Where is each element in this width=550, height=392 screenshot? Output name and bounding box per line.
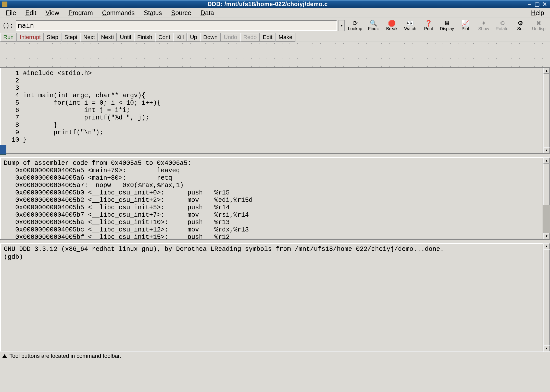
status-text: Tool buttons are located in command tool…: [9, 353, 121, 359]
rotate-button: ⟲Rotate: [493, 19, 511, 32]
gdb-console-text[interactable]: GNU DDD 3.3.12 (x86_64-redhat-linux-gnu)…: [0, 243, 543, 351]
lookup-icon: ⟳: [353, 20, 358, 26]
iconbtn-label: Undisp: [532, 26, 546, 31]
minimize-button[interactable]: –: [526, 2, 533, 7]
iconbtn-label: Set: [517, 26, 524, 31]
scroll-up-icon[interactable]: ▲: [543, 157, 550, 164]
menu-commands[interactable]: Commands: [97, 8, 139, 18]
step-button[interactable]: Step: [44, 33, 61, 42]
lookup-button[interactable]: ⟳Lookup: [346, 19, 364, 32]
nexti-button[interactable]: Nexti: [98, 33, 117, 42]
cont-button[interactable]: Cont: [155, 33, 173, 42]
maximize-button[interactable]: ▢: [533, 2, 541, 7]
scroll-down-icon[interactable]: ▼: [543, 147, 550, 153]
until-button[interactable]: Until: [117, 33, 134, 42]
plot-button[interactable]: 📈Plot: [456, 19, 474, 32]
find-icon: 🔍: [370, 20, 377, 26]
next-button[interactable]: Next: [80, 33, 98, 42]
iconbtn-label: Plot: [461, 26, 469, 31]
data-display-area[interactable]: [0, 42, 550, 68]
iconbtn-label: Show: [478, 26, 489, 31]
argument-toolbar: (): ▾ ⟳Lookup🔍Find»🛑Break👀Watch❓Print🖥Di…: [0, 18, 550, 33]
undo-button: Undo: [221, 33, 240, 42]
iconbtn-label: Rotate: [496, 26, 508, 31]
expand-handle-icon[interactable]: [0, 145, 6, 155]
menu-program[interactable]: Program: [64, 8, 97, 18]
iconbtn-label: Print: [424, 26, 433, 31]
machine-code-pane: Dump of assembler code from 0x4005a5 to …: [0, 157, 550, 239]
break-button[interactable]: 🛑Break: [383, 19, 401, 32]
app-icon: [2, 2, 7, 7]
menu-data[interactable]: Data: [196, 8, 219, 18]
watch-button[interactable]: 👀Watch: [401, 19, 419, 32]
rotate-icon: ⟲: [499, 20, 505, 26]
titlebar: DDD: /mnt/ufs18/home-022/choiyj/demo.c –…: [0, 0, 550, 8]
iconbar: ⟳Lookup🔍Find»🛑Break👀Watch❓Print🖥Display📈…: [346, 19, 548, 32]
iconbtn-label: Find»: [368, 26, 379, 31]
run-button[interactable]: Run: [0, 33, 17, 42]
show-button: ✦Show: [475, 19, 493, 32]
source-scrollbar[interactable]: ▲ ▼: [543, 68, 550, 153]
print-button[interactable]: ❓Print: [420, 19, 438, 32]
window-title: DDD: /mnt/ufs18/home-022/choiyj/demo.c: [10, 1, 525, 8]
menu-status[interactable]: Status: [139, 8, 167, 18]
set-button[interactable]: ⚙Set: [511, 19, 529, 32]
command-toolbar: RunInterruptStepStepiNextNextiUntilFinis…: [0, 33, 550, 42]
iconbtn-label: Break: [386, 26, 397, 31]
scroll-up-icon[interactable]: ▲: [543, 68, 550, 74]
asm-scrollbar[interactable]: ▲ ▼: [543, 157, 550, 239]
up-button[interactable]: Up: [187, 33, 200, 42]
close-button[interactable]: ✕: [541, 2, 548, 7]
stepi-button[interactable]: Stepi: [61, 33, 80, 42]
undisp-button: ✖Undisp: [530, 19, 548, 32]
menu-help[interactable]: Help: [527, 8, 549, 18]
iconbtn-label: Display: [440, 26, 454, 31]
source-text[interactable]: 1 #include <stdio.h> 2 3 4 int main(int …: [0, 68, 543, 153]
gdb-scrollbar[interactable]: ▲ ▼: [543, 243, 550, 351]
down-button[interactable]: Down: [200, 33, 221, 42]
finish-button[interactable]: Finish: [134, 33, 155, 42]
scroll-down-icon[interactable]: ▼: [543, 233, 550, 239]
plot-icon: 📈: [461, 20, 469, 26]
status-bar: Tool buttons are located in command tool…: [0, 351, 550, 360]
menu-source[interactable]: Source: [167, 8, 196, 18]
display-icon: 🖥: [444, 20, 450, 26]
iconbtn-label: Lookup: [348, 26, 362, 31]
scroll-down-icon[interactable]: ▼: [543, 345, 550, 351]
asm-text[interactable]: Dump of assembler code from 0x4005a5 to …: [0, 157, 543, 239]
redo-button: Redo: [240, 33, 260, 42]
make-button[interactable]: Make: [276, 33, 295, 42]
gdb-console-pane: GNU DDD 3.3.12 (x86_64-redhat-linux-gnu)…: [0, 243, 550, 351]
show-icon: ✦: [481, 20, 486, 26]
source-pane: 1 #include <stdio.h> 2 3 4 int main(int …: [0, 68, 550, 153]
set-icon: ⚙: [518, 20, 523, 26]
interrupt-button[interactable]: Interrupt: [17, 33, 44, 42]
menu-edit[interactable]: Edit: [21, 8, 41, 18]
iconbtn-label: Watch: [404, 26, 416, 31]
break-icon: 🛑: [388, 20, 396, 26]
arg-prompt: ():: [2, 22, 14, 29]
undisp-icon: ✖: [536, 20, 541, 26]
status-indicator-icon: [2, 354, 7, 358]
edit-button[interactable]: Edit: [260, 33, 276, 42]
display-button[interactable]: 🖥Display: [438, 19, 456, 32]
menu-view[interactable]: View: [41, 8, 64, 18]
argument-input[interactable]: [16, 20, 337, 31]
pane-separator[interactable]: [0, 153, 550, 157]
print-icon: ❓: [425, 20, 432, 26]
watch-icon: 👀: [406, 20, 414, 26]
scroll-up-icon[interactable]: ▲: [543, 243, 550, 249]
arg-dropdown-icon[interactable]: ▾: [339, 20, 345, 31]
menubar: File Edit View Program Commands Status S…: [0, 8, 550, 18]
menu-file[interactable]: File: [1, 8, 21, 18]
kill-button[interactable]: Kill: [173, 33, 187, 42]
pane-separator[interactable]: [0, 239, 550, 243]
find-button[interactable]: 🔍Find»: [365, 19, 382, 32]
